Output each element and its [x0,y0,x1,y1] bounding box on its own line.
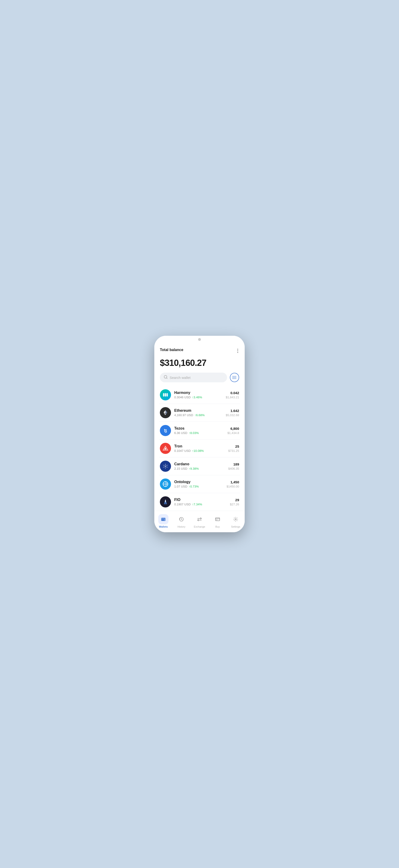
coin-list: Harmony 0.3046 USD ↑3.46% 0.042 $1,843.2… [154,386,245,511]
harmony-amount: 0.042 [226,391,239,395]
coin-item-ethereum[interactable]: Ethereum 4,160.97 USD ↑6.68% 1.642 $5,03… [159,404,240,422]
svg-point-5 [233,376,233,376]
harmony-change: ↑3.46% [192,396,202,399]
nav-item-wallets[interactable]: Wallets [154,513,173,529]
wallets-icon-bg [158,514,168,524]
exchange-nav-label: Exchange [194,525,205,528]
nav-item-history[interactable]: History [173,513,190,529]
coin-item-tezos[interactable]: ꜩ Tezos 6.36 USD ↑8.03% 6,800 $1,434.8 [159,422,240,440]
svg-point-22 [166,465,167,466]
fio-balance: 29 $27.26 [230,498,239,506]
tron-info: Tron 0.1047 USD ↑10.08% [174,444,228,453]
fio-name: FIO [174,498,230,502]
tron-change: ↑10.08% [192,449,204,453]
svg-point-26 [165,468,166,469]
tron-name: Tron [174,444,228,448]
svg-point-18 [165,466,166,467]
ontology-name: Ontology [174,480,226,484]
filter-button[interactable] [230,373,239,382]
harmony-balance: 0.042 $1,843.21 [226,391,239,399]
fio-price: 0.1907 USD [174,503,191,506]
fio-logo [160,496,171,507]
search-bar[interactable]: Search wallet [160,373,227,382]
search-placeholder: Search wallet [170,376,190,379]
nav-item-buy[interactable]: Buy [209,513,226,529]
fio-change: ↑7.34% [192,503,202,506]
header-title: Total balance [160,348,183,352]
ethereum-logo [160,407,171,418]
tezos-name: Tezos [174,426,227,431]
svg-point-7 [233,378,233,379]
cardano-price-row: 2.15 USD ↑9.38% [174,467,228,470]
wallets-nav-label: Wallets [159,525,168,528]
tron-price: 0.1047 USD [174,449,191,453]
more-dot [237,352,238,353]
svg-rect-10 [166,393,168,397]
tezos-price: 6.36 USD [174,431,187,435]
svg-point-23 [163,467,164,467]
coin-item-fio[interactable]: FIO 0.1907 USD ↑7.34% 29 $27.26 [159,493,240,511]
svg-point-27 [163,465,163,465]
app-container: Total balance $310,160.27 Search [154,343,245,532]
ethereum-info: Ethereum 4,160.97 USD ↑6.68% [174,408,226,417]
tron-logo [160,443,171,454]
fio-info: FIO 0.1907 USD ↑7.34% [174,498,230,506]
ontology-price: 1.07 USD [174,485,187,488]
svg-point-29 [163,467,163,468]
header: Total balance [154,343,245,356]
ontology-change: ↑0.73% [189,485,198,488]
svg-rect-35 [165,500,166,502]
fio-usd: $27.26 [230,503,239,506]
svg-point-21 [163,465,164,466]
coin-item-cardano[interactable]: Cardano 2.15 USD ↑9.38% 189 $406.35 [159,457,240,475]
harmony-price-row: 0.3046 USD ↑3.46% [174,396,226,399]
harmony-logo [160,389,171,400]
ontology-price-row: 1.07 USD ↑0.73% [174,485,226,488]
ethereum-usd: $5,032.68 [226,413,239,417]
ethereum-name: Ethereum [174,408,226,413]
cardano-name: Cardano [174,462,228,466]
tezos-price-row: 6.36 USD ↑8.03% [174,431,227,435]
coin-item-harmony[interactable]: Harmony 0.3046 USD ↑3.46% 0.042 $1,843.2… [159,386,240,404]
ethereum-change: ↑6.68% [195,413,205,417]
tezos-info: Tezos 6.36 USD ↑8.03% [174,426,227,435]
tron-price-row: 0.1047 USD ↑10.08% [174,449,228,453]
svg-point-25 [165,463,166,464]
ethereum-price-row: 4,160.97 USD ↑6.68% [174,413,226,417]
settings-nav-label: Settings [231,525,240,528]
cardano-info: Cardano 2.15 USD ↑9.38% [174,462,228,470]
search-section: Search wallet [154,373,245,386]
coin-item-ontology[interactable]: Ontology 1.07 USD ↑0.73% 1,450 $1450.00 [159,475,240,493]
cardano-price: 2.15 USD [174,467,187,470]
cardano-amount: 189 [228,462,239,466]
svg-line-1 [166,378,167,378]
balance-section: $310,160.27 [154,356,245,373]
tezos-usd: $1,434.8 [227,431,239,435]
tezos-balance: 6,800 $1,434.8 [227,427,239,435]
svg-rect-8 [163,393,164,397]
svg-rect-37 [161,519,165,519]
bottom-nav: Wallets History [154,511,245,532]
fio-price-row: 0.1907 USD ↑7.34% [174,503,230,506]
ethereum-balance: 1.642 $5,032.68 [226,409,239,417]
harmony-info: Harmony 0.3046 USD ↑3.46% [174,391,226,399]
svg-rect-42 [215,518,220,521]
svg-point-45 [235,519,236,520]
nav-item-exchange[interactable]: Exchange [190,513,209,529]
fio-amount: 29 [230,498,239,502]
svg-point-19 [165,464,166,465]
ontology-logo [160,478,171,490]
cardano-balance: 189 $406.35 [228,462,239,470]
svg-point-28 [167,465,168,465]
cardano-change: ↑9.38% [189,467,198,470]
phone-shell: Total balance $310,160.27 Search [154,336,245,532]
harmony-price: 0.3046 USD [174,396,191,399]
exchange-icon-bg [194,514,205,524]
ethereum-price: 4,160.97 USD [174,413,193,417]
nav-item-settings[interactable]: Settings [226,513,245,529]
more-dot [237,349,238,350]
coin-item-tron[interactable]: Tron 0.1047 USD ↑10.08% 25 $731.25 [159,440,240,457]
more-options-button[interactable] [236,348,239,354]
svg-marker-12 [163,410,165,413]
tron-amount: 25 [228,444,239,448]
